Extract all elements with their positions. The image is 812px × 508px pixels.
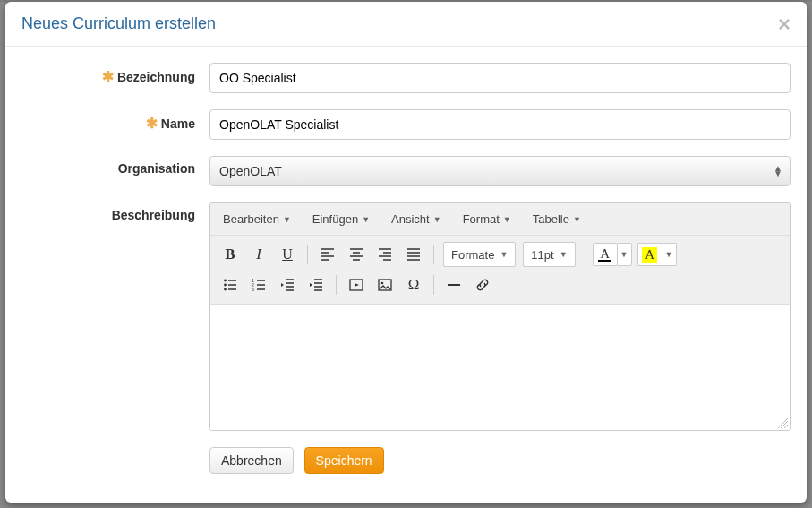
align-left-button[interactable]	[314, 242, 341, 267]
cancel-button[interactable]: Abbrechen	[209, 447, 294, 474]
separator	[336, 275, 337, 295]
name-input[interactable]	[209, 109, 791, 140]
modal-title: Neues Curriculum erstellen	[21, 14, 216, 33]
modal-header: Neues Curriculum erstellen ×	[5, 2, 807, 47]
select-arrows-icon: ▲▼	[774, 166, 782, 177]
horizontal-rule-button[interactable]	[440, 272, 467, 297]
editor-menubar: Bearbeiten▼ Einfügen▼ Ansicht▼ Format▼ T…	[210, 203, 790, 236]
formats-dropdown[interactable]: Formate▼	[443, 242, 516, 267]
menu-format[interactable]: Format▼	[457, 209, 517, 229]
menu-bearbeiten[interactable]: Bearbeiten▼	[218, 209, 296, 229]
text-color-button[interactable]: A	[593, 243, 618, 266]
required-icon: ✱	[102, 69, 114, 84]
editor-toolbar: B I U Formate▼ 11pt▼	[210, 236, 790, 305]
svg-text:3: 3	[252, 287, 254, 292]
insert-media-button[interactable]	[343, 272, 370, 297]
separator	[307, 245, 308, 264]
italic-button[interactable]: I	[245, 242, 272, 267]
special-char-button[interactable]: Ω	[400, 272, 427, 297]
caret-icon: ▼	[560, 250, 568, 259]
bullet-list-button[interactable]	[217, 272, 244, 297]
organisation-selected-value: OpenOLAT	[219, 164, 282, 178]
row-beschreibung: Beschreibung Bearbeiten▼ Einfügen▼ Ansic…	[21, 202, 791, 431]
separator	[433, 275, 434, 295]
indent-button[interactable]	[303, 272, 329, 297]
bg-color-button[interactable]: A	[637, 243, 662, 266]
svg-point-8	[381, 282, 384, 285]
svg-point-0	[224, 280, 227, 282]
svg-point-2	[224, 288, 227, 291]
text-color-caret[interactable]: ▼	[618, 243, 632, 266]
separator	[585, 245, 585, 264]
row-buttons: Abbrechen Speichern	[21, 447, 791, 474]
underline-button[interactable]: U	[274, 242, 301, 267]
align-center-button[interactable]	[343, 242, 370, 267]
close-icon[interactable]: ×	[778, 16, 791, 32]
label-name: ✱Name	[21, 109, 209, 132]
label-beschreibung: Beschreibung	[21, 202, 209, 222]
insert-image-button[interactable]	[372, 272, 398, 297]
organisation-select[interactable]: OpenOLAT ▲▼	[209, 156, 791, 186]
bezeichnung-input[interactable]	[209, 63, 791, 93]
fontsize-dropdown[interactable]: 11pt▼	[523, 242, 575, 267]
link-button[interactable]	[469, 272, 496, 297]
caret-icon: ▼	[500, 250, 508, 259]
separator	[433, 245, 434, 264]
resize-grip-icon[interactable]	[777, 418, 788, 428]
caret-icon: ▼	[283, 215, 291, 224]
row-name: ✱Name	[21, 109, 791, 140]
bg-color-caret[interactable]: ▼	[662, 243, 677, 266]
bold-button[interactable]: B	[217, 242, 244, 267]
menu-ansicht[interactable]: Ansicht▼	[386, 209, 447, 229]
menu-tabelle[interactable]: Tabelle▼	[527, 209, 586, 229]
create-curriculum-modal: Neues Curriculum erstellen × ✱Bezeichnun…	[5, 2, 807, 503]
caret-icon: ▼	[433, 215, 441, 224]
caret-icon: ▼	[503, 215, 511, 224]
outdent-button[interactable]	[274, 272, 301, 297]
align-justify-button[interactable]	[400, 242, 427, 267]
modal-body: ✱Bezeichnung ✱Name Organisation	[5, 47, 807, 503]
save-button[interactable]: Speichern	[304, 447, 384, 474]
row-bezeichnung: ✱Bezeichnung	[21, 63, 791, 93]
required-icon: ✱	[146, 116, 158, 131]
editor-content-area[interactable]	[210, 305, 790, 430]
label-organisation: Organisation	[21, 156, 209, 176]
numbered-list-button[interactable]: 123	[245, 272, 272, 297]
align-right-button[interactable]	[372, 242, 398, 267]
menu-einfuegen[interactable]: Einfügen▼	[307, 209, 375, 229]
svg-point-1	[224, 284, 227, 287]
label-bezeichnung: ✱Bezeichnung	[21, 63, 209, 85]
caret-icon: ▼	[573, 215, 581, 224]
row-organisation: Organisation OpenOLAT ▲▼	[21, 156, 791, 186]
rich-text-editor: Bearbeiten▼ Einfügen▼ Ansicht▼ Format▼ T…	[209, 202, 791, 431]
caret-icon: ▼	[362, 215, 370, 224]
